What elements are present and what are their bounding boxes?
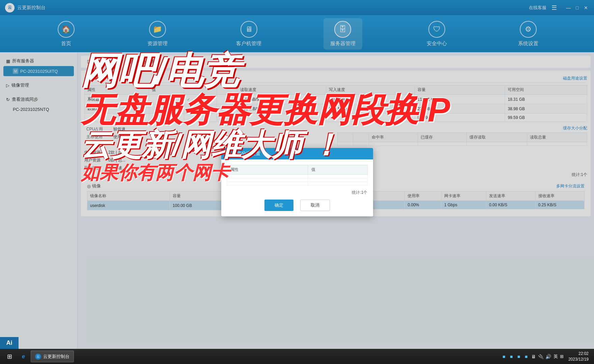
- start-menu-icon: ⊞: [7, 353, 12, 360]
- tray-icon-2: ■: [508, 354, 514, 360]
- dialog-row: [227, 174, 367, 178]
- dialog-title-bar: ⊞ 网卡分流设置: [221, 148, 373, 159]
- tray-icons: ■ ■ ■ ■ 🖥 🔌 🔊: [501, 354, 551, 360]
- dialog-body: 属性 值: [221, 159, 373, 216]
- grid-icon: ⊞: [560, 354, 564, 359]
- taskbar-app-name: 云更新控制台: [43, 354, 69, 360]
- tray-icon-pc: 🖥: [531, 354, 537, 360]
- tray-icon-volume: 🔊: [545, 354, 551, 360]
- taskbar-tray: ■ ■ ■ ■ 🖥 🔌 🔊 英 ⊞ 22:02 2023/12/19: [501, 351, 591, 362]
- content-area: ☐ 远程控制 ▶ 启用 ⊘ 禁用 ≈ 概况 磁盘用途设置: [78, 52, 594, 349]
- tray-icon-1: ■: [501, 354, 507, 360]
- lang-indicator[interactable]: 英: [554, 354, 558, 360]
- dialog-table: 属性 值: [227, 165, 368, 186]
- tray-icon-3: ■: [516, 354, 522, 360]
- ie-icon: e: [22, 354, 25, 360]
- dialog-col-val: 值: [308, 165, 367, 174]
- ai-watermark: Ai: [0, 337, 19, 349]
- taskbar-ie[interactable]: e: [18, 351, 29, 362]
- taskbar-clock: 22:02 2023/12/19: [566, 351, 591, 362]
- clock-date: 2023/12/19: [568, 357, 589, 362]
- ai-text: Ai: [6, 339, 12, 346]
- taskbar-app[interactable]: 云 云更新控制台: [31, 351, 74, 362]
- taskbar-app-icon: 云: [35, 354, 41, 360]
- cancel-button[interactable]: 取消: [300, 200, 330, 211]
- dialog-overlay: ⊞ 网卡分流设置 属性 值: [78, 52, 594, 349]
- dialog-row: [227, 178, 367, 182]
- dialog-row: [227, 182, 367, 185]
- dialog-buttons: 确定 取消: [227, 200, 368, 211]
- confirm-button[interactable]: 确定: [264, 200, 293, 211]
- dialog-col-attr: 属性: [227, 165, 308, 174]
- tray-icon-4: ■: [523, 354, 529, 360]
- taskbar-start-button[interactable]: ⊞: [3, 351, 16, 362]
- dialog: ⊞ 网卡分流设置 属性 值: [221, 148, 373, 216]
- dialog-title: 网卡分流设置: [232, 151, 260, 157]
- clock-time: 22:02: [568, 351, 589, 357]
- main-content: ▦ 所有服务器 M PC-20231025UITQ ▷ 镜像管理 ↻ 查看游戏同…: [0, 52, 594, 349]
- tray-icon-network: 🔌: [538, 354, 544, 360]
- taskbar: ⊞ e 云 云更新控制台 ■ ■ ■ ■ 🖥 🔌 🔊 英 ⊞ 22:02 202…: [0, 349, 594, 364]
- dialog-nic-icon: ⊞: [226, 151, 230, 156]
- dialog-stats: 统计:1个: [227, 190, 368, 195]
